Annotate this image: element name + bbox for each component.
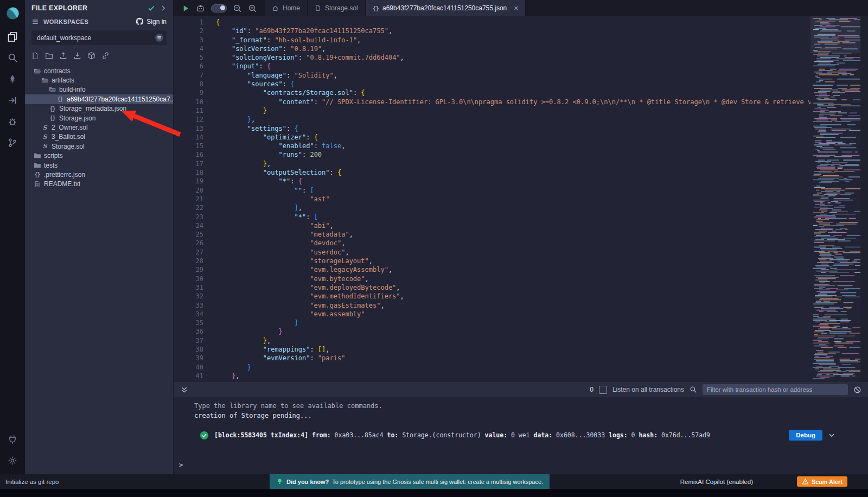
scam-alert-label: Scam Alert — [812, 479, 843, 485]
git-init-button[interactable]: Initialize as git repo — [5, 474, 59, 489]
status-bar: Initialize as git repo Did you know? To … — [0, 474, 868, 489]
tab-label: a69b43f277ba20fcac141151250ca755.json — [382, 4, 507, 12]
code-editor[interactable]: 1{2 "id": "a69b43f277ba20fcac141151250ca… — [174, 16, 868, 382]
tree-item[interactable]: {}Storage_metadata.json — [25, 104, 173, 113]
cube-icon[interactable] — [87, 52, 95, 60]
line-number: 32 — [174, 292, 216, 301]
block-icon[interactable] — [853, 386, 861, 394]
code-line: 1{ — [174, 18, 810, 27]
new-file-icon[interactable] — [31, 52, 39, 60]
code-line: 24 "abi", — [174, 221, 810, 230]
line-number: 22 — [174, 203, 216, 212]
zoom-out-icon[interactable] — [233, 4, 242, 13]
tree-item[interactable]: {}Storage.json — [25, 113, 173, 123]
ai-copilot-toggle[interactable] — [211, 4, 227, 12]
line-number: 17 — [174, 160, 216, 168]
settings-icon[interactable] — [0, 450, 25, 471]
run-script-button[interactable] — [182, 4, 190, 12]
tree-item[interactable]: README.txt — [25, 180, 173, 189]
code-line: 31 "evm.deployedBytecode", — [174, 283, 810, 292]
line-number: 21 — [174, 195, 216, 203]
import-icon[interactable] — [73, 52, 81, 60]
close-icon[interactable]: × — [514, 4, 518, 12]
new-folder-icon[interactable] — [45, 52, 53, 60]
remix-logo[interactable] — [0, 0, 25, 26]
deploy-run-icon[interactable] — [0, 90, 25, 111]
transaction-row[interactable]: [block:5583405 txIndex:4] from: 0xa03...… — [200, 429, 835, 442]
home-icon — [272, 5, 279, 12]
tree-item[interactable]: {}a69b43f277ba20fcac141151250ca7... — [25, 94, 173, 104]
transaction-filter-input[interactable] — [703, 384, 848, 395]
code-line: 12 }, — [174, 115, 810, 124]
sign-in-button[interactable]: Sign in — [136, 17, 167, 26]
code-line: 20 "": [ — [174, 186, 810, 195]
code-line: 36 } — [174, 327, 810, 336]
tree-item[interactable]: artifacts — [25, 75, 173, 85]
sign-in-label: Sign in — [146, 18, 167, 26]
code-line: 15 "enabled": false, — [174, 142, 810, 150]
line-number: 6 — [174, 62, 216, 71]
hamburger-icon[interactable] — [31, 18, 39, 26]
upload-file-icon[interactable] — [59, 52, 67, 60]
tab-storage-sol[interactable]: Storage.sol — [308, 0, 366, 16]
tab-home[interactable]: Home — [265, 0, 308, 16]
zoom-in-icon[interactable] — [248, 4, 257, 13]
file-icon — [315, 5, 321, 11]
listen-checkbox[interactable] — [599, 386, 607, 394]
code-line: 18 "outputSelection": { — [174, 168, 810, 177]
line-number: 8 — [174, 80, 216, 88]
tree-item[interactable]: SStorage.sol — [25, 142, 173, 151]
line-number: 37 — [174, 336, 216, 345]
line-number: 28 — [174, 257, 216, 265]
workspace-menu-icon[interactable] — [155, 33, 164, 42]
code-line: 6 "input": { — [174, 62, 810, 71]
panel-title: FILE EXPLORER — [31, 4, 143, 12]
terminal[interactable]: Type the library name to see available c… — [174, 397, 868, 474]
code-line: 2 "id": "a69b43f277ba20fcac141151250ca75… — [174, 27, 810, 35]
editor-scrollbar[interactable] — [860, 16, 868, 382]
tree-item[interactable]: S2_Owner.sol — [25, 123, 173, 132]
tab-bar: HomeStorage.sol{}a69b43f277ba20fcac14115… — [174, 0, 868, 16]
workspace-select[interactable]: default_workspace — [31, 30, 167, 45]
explorer-toolbar — [25, 46, 173, 63]
code-line: 26 "devdoc", — [174, 239, 810, 247]
file-explorer-icon[interactable] — [0, 26, 25, 47]
solidity-compiler-icon[interactable] — [0, 68, 25, 90]
file-name: 3_Ballot.sol — [52, 133, 85, 141]
code-line: 38 "remappings": [], — [174, 345, 810, 354]
line-number: 12 — [174, 115, 216, 124]
code-line: 32 "evm.methodIdentifiers", — [174, 292, 810, 301]
debug-button[interactable]: Debug — [789, 430, 822, 441]
tree-item[interactable]: scripts — [25, 151, 173, 161]
terminal-prompt[interactable]: > — [179, 461, 183, 470]
chevron-right-icon[interactable] — [160, 5, 167, 11]
plugin-manager-icon[interactable] — [0, 429, 25, 450]
tree-item[interactable]: build-info — [25, 85, 173, 94]
tree-item[interactable]: S3_Ballot.sol — [25, 132, 173, 142]
code-line: 40 } — [174, 363, 810, 372]
code-line: 33 "evm.gasEstimates", — [174, 301, 810, 310]
tree-item[interactable]: tests — [25, 161, 173, 170]
file-name: 2_Owner.sol — [52, 124, 88, 131]
search-icon[interactable] — [0, 47, 25, 68]
line-number: 41 — [174, 372, 216, 380]
code-line: 23 "*": [ — [174, 213, 810, 221]
debugger-icon[interactable] — [0, 111, 25, 132]
listen-label: Listen on all transactions — [612, 386, 684, 393]
minimap[interactable] — [810, 16, 860, 382]
tx-expand-caret-icon[interactable] — [828, 431, 835, 439]
terminal-line: Type the library name to see available c… — [194, 402, 382, 411]
terminal-expand-icon[interactable] — [180, 386, 188, 394]
scam-alert-button[interactable]: Scam Alert — [797, 476, 847, 487]
tree-item[interactable]: {}.prettierrc.json — [25, 170, 173, 179]
link-icon[interactable] — [101, 52, 110, 60]
window-edge — [0, 489, 868, 497]
line-number: 31 — [174, 283, 216, 292]
tree-item[interactable]: contracts — [25, 66, 173, 75]
copilot-status[interactable]: RemixAI Copilot (enabled) — [680, 474, 753, 489]
code-line: 10 "content": "// SPDX-License-Identifie… — [174, 98, 810, 106]
code-line: 3 "_format": "hh-sol-build-info-1", — [174, 36, 810, 44]
git-icon[interactable] — [0, 132, 25, 153]
tab-a69b43f277ba20fcac141151250ca755-json[interactable]: {}a69b43f277ba20fcac141151250ca755.json× — [366, 0, 526, 16]
code-line: 39 "evmVersion": "paris" — [174, 354, 810, 362]
